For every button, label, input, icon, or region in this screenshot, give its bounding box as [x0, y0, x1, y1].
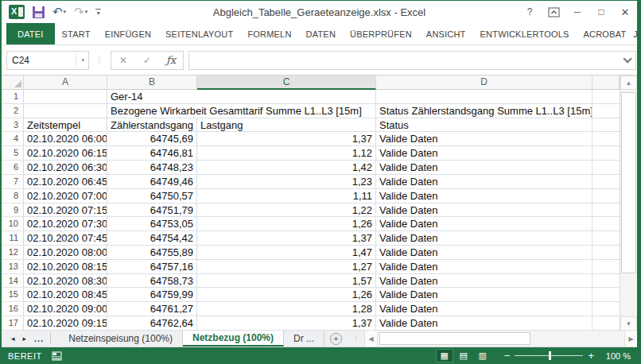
column-header-e[interactable] [592, 76, 620, 90]
select-all-button[interactable] [2, 76, 24, 90]
cancel-icon[interactable]: ✕ [111, 55, 135, 66]
customize-qat-icon[interactable]: ▾ [93, 9, 103, 15]
cell[interactable]: Valide Daten [376, 203, 592, 218]
cell[interactable]: Valide Daten [376, 231, 592, 246]
column-header-d[interactable]: D [376, 76, 592, 90]
vertical-scroll-thumb[interactable] [621, 92, 636, 273]
view-page-layout-icon[interactable]: ▤ [455, 349, 472, 362]
cell[interactable]: 64759,99 [107, 288, 197, 302]
cell[interactable]: 64757,16 [107, 260, 197, 274]
cell[interactable]: Valide Daten [376, 260, 592, 274]
cell[interactable]: 64749,46 [107, 175, 197, 189]
cell[interactable]: Valide Daten [376, 146, 592, 161]
cell[interactable] [592, 217, 620, 231]
cell[interactable]: 02.10.2020 08:45 [24, 288, 107, 302]
help-icon[interactable]: ? [518, 2, 542, 21]
cell[interactable]: 1,26 [197, 217, 376, 231]
ribbon-tab[interactable]: SEITENLAYOUT [158, 23, 240, 45]
cell[interactable]: 02.10.2020 08:15 [24, 260, 107, 274]
cell[interactable]: Valide Daten [376, 288, 592, 302]
cell[interactable] [24, 104, 107, 118]
zoom-level[interactable]: 100 % [596, 351, 631, 361]
cell[interactable]: 64755,89 [107, 246, 197, 260]
zoom-slider-handle[interactable] [549, 351, 551, 360]
ribbon-tab[interactable]: START [55, 23, 98, 45]
cell[interactable]: 1,28 [197, 302, 376, 316]
macro-record-icon[interactable] [52, 351, 62, 361]
row-header[interactable]: 2 [2, 104, 24, 118]
sheet-tab[interactable]: Netzeinspeisung (100%) [59, 331, 183, 347]
cell[interactable] [592, 231, 620, 246]
cell[interactable] [24, 90, 107, 104]
cell[interactable]: Bezogene Wirkarbeit Gesamttarif Summe L1… [107, 104, 197, 118]
row-header[interactable]: 10 [2, 217, 24, 231]
cell[interactable] [592, 104, 620, 118]
cell[interactable]: 1,23 [197, 175, 376, 189]
cell[interactable] [592, 90, 620, 104]
cell[interactable]: 02.10.2020 07:30 [24, 217, 107, 231]
zoom-slider[interactable] [515, 355, 583, 356]
row-header[interactable]: 12 [2, 246, 24, 260]
row-header[interactable]: 5 [2, 146, 24, 161]
cell[interactable] [592, 132, 620, 146]
scroll-down-icon[interactable]: ▼ [620, 316, 637, 331]
row-header[interactable]: 13 [2, 260, 24, 274]
cell[interactable]: 1,47 [197, 246, 376, 260]
cell[interactable] [592, 161, 620, 175]
cell[interactable] [592, 302, 620, 316]
cell[interactable]: Ger-14 [107, 90, 197, 104]
cell[interactable] [376, 90, 592, 104]
cell[interactable]: Valide Daten [376, 161, 592, 175]
formula-input[interactable] [188, 51, 636, 70]
maximize-icon[interactable]: □ [589, 2, 613, 21]
ribbon-tab[interactable]: ANSICHT [419, 23, 473, 45]
cell[interactable]: 02.10.2020 06:00 [24, 132, 107, 146]
ribbon-tab[interactable]: ENTWICKLERTOOLS [473, 23, 577, 45]
cell[interactable]: 02.10.2020 07:15 [24, 203, 107, 218]
row-header[interactable]: 7 [2, 175, 24, 189]
cell[interactable] [592, 146, 620, 161]
cell[interactable]: 02.10.2020 09:15 [24, 316, 107, 331]
cell[interactable]: 64745,69 [107, 132, 197, 146]
sheet-tab[interactable]: Dr ... [284, 331, 324, 347]
save-icon[interactable] [30, 3, 47, 21]
row-header[interactable]: 14 [2, 274, 24, 288]
row-header[interactable]: 11 [2, 231, 24, 246]
cell[interactable]: 64750,57 [107, 189, 197, 203]
cell[interactable]: Valide Daten [376, 302, 592, 316]
cell[interactable]: 02.10.2020 06:30 [24, 161, 107, 175]
cell[interactable] [592, 175, 620, 189]
cell[interactable]: 64754,42 [107, 231, 197, 246]
vertical-scroll-track[interactable] [620, 90, 637, 316]
scroll-right-icon[interactable]: ▶ [624, 331, 637, 347]
cell[interactable]: 1,42 [197, 161, 376, 175]
cell[interactable]: 64762,64 [107, 316, 197, 331]
insert-function-icon[interactable]: ƒx [159, 54, 183, 66]
excel-logo-icon[interactable] [6, 3, 27, 21]
new-sheet-button[interactable]: + [324, 331, 348, 347]
row-header[interactable]: 15 [2, 288, 24, 302]
cell[interactable] [592, 316, 620, 331]
cell[interactable]: Valide Daten [376, 274, 592, 288]
user-name[interactable]: Jochen... [633, 29, 637, 39]
cell[interactable]: Zählerstandsgang [107, 118, 197, 133]
cell[interactable]: Zeitstempel [24, 118, 107, 133]
row-header[interactable]: 6 [2, 161, 24, 175]
cell[interactable] [592, 288, 620, 302]
cell[interactable]: 64751,79 [107, 203, 197, 218]
column-header-c[interactable]: C [197, 76, 376, 90]
cell[interactable] [592, 189, 620, 203]
cell[interactable]: 1,57 [197, 274, 376, 288]
row-header[interactable]: 4 [2, 132, 24, 146]
cell[interactable]: 64761,27 [107, 302, 197, 316]
sheet-nav-left-icon[interactable]: ◂ [11, 335, 15, 343]
cell[interactable]: Valide Daten [376, 217, 592, 231]
horizontal-scrollbar[interactable]: ◀ ▶ [364, 331, 637, 347]
row-header[interactable]: 16 [2, 302, 24, 316]
horizontal-scroll-track[interactable] [378, 331, 624, 347]
close-icon[interactable]: ✕ [613, 2, 637, 21]
cell[interactable]: Valide Daten [376, 246, 592, 260]
sheet-tabs-overflow[interactable]: ... [34, 333, 51, 344]
row-header[interactable]: 3 [2, 118, 24, 133]
cell[interactable]: 02.10.2020 08:30 [24, 274, 107, 288]
